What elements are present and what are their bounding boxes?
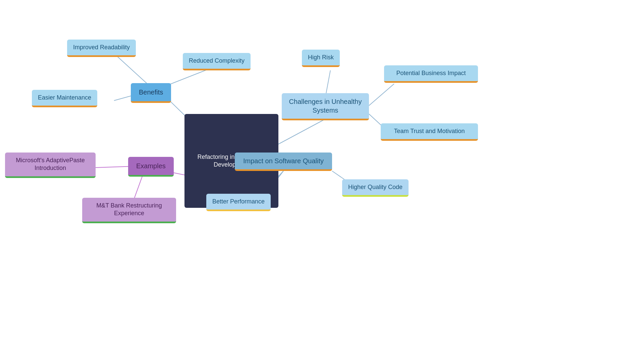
mtbank-label: M&T Bank Restructuring Experience [96,202,162,217]
microsoft-node[interactable]: Microsoft's AdaptivePaste Introduction [5,153,96,178]
challenges-node[interactable]: Challenges in Unhealthy Systems [282,93,369,120]
reduced-complexity-label: Reduced Complexity [189,57,245,64]
potential-business-node[interactable]: Potential Business Impact [384,65,478,83]
challenges-label: Challenges in Unhealthy Systems [289,98,362,114]
impact-node[interactable]: Impact on Software Quality [235,153,332,171]
mtbank-node[interactable]: M&T Bank Restructuring Experience [82,198,176,223]
impact-label: Impact on Software Quality [243,157,324,165]
improved-readability-label: Improved Readability [73,44,130,51]
higher-quality-label: Higher Quality Code [348,184,402,190]
easier-maintenance-label: Easier Maintenance [38,94,91,101]
svg-line-1 [112,52,151,87]
team-trust-label: Team Trust and Motivation [394,128,465,134]
higher-quality-node[interactable]: Higher Quality Code [342,179,409,197]
benefits-label: Benefits [139,88,163,96]
examples-label: Examples [136,162,166,170]
better-performance-node[interactable]: Better Performance [206,194,271,211]
team-trust-node[interactable]: Team Trust and Motivation [381,123,478,141]
potential-business-label: Potential Business Impact [396,70,466,76]
high-risk-label: High Risk [308,54,334,61]
better-performance-label: Better Performance [212,198,265,205]
reduced-complexity-node[interactable]: Reduced Complexity [183,53,251,70]
microsoft-label: Microsoft's AdaptivePaste Introduction [16,157,85,171]
easier-maintenance-node[interactable]: Easier Maintenance [32,90,97,107]
examples-node[interactable]: Examples [128,157,174,177]
improved-readability-node[interactable]: Improved Readability [67,40,136,57]
svg-line-6 [369,84,394,106]
high-risk-node[interactable]: High Risk [302,50,340,67]
svg-line-4 [278,119,325,144]
svg-line-11 [278,171,283,178]
benefits-node[interactable]: Benefits [131,83,171,103]
